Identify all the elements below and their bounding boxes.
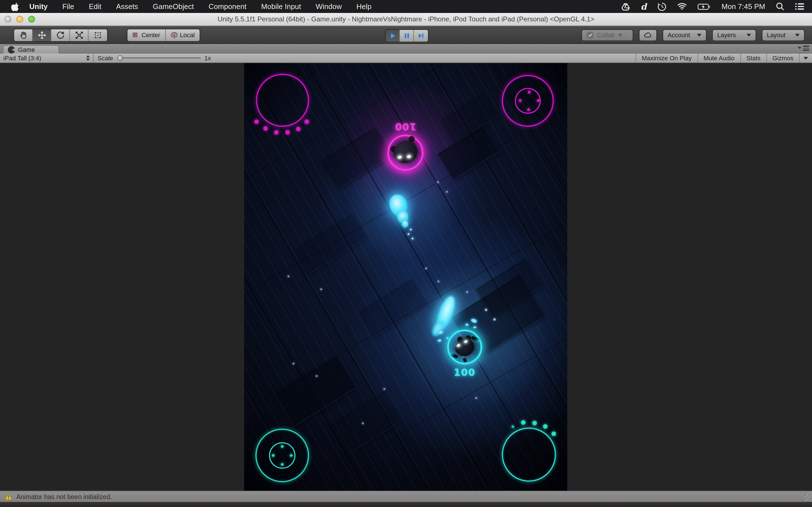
center-pivot-icon [133,32,139,38]
cyan-health-label: 100 [448,367,481,378]
mute-audio-button[interactable]: Mute Audio [697,54,740,62]
cloud-icon [644,32,652,38]
cyan-spark [410,229,412,230]
menu-item-edit[interactable]: Edit [89,2,101,11]
teal-charge-dot [552,432,556,436]
spotlight-icon[interactable] [776,2,784,11]
wifi-icon[interactable] [677,3,687,10]
menu-item-component[interactable]: Component [209,2,246,11]
move-tool-button[interactable] [33,29,51,41]
menu-item-assets[interactable]: Assets [116,2,138,11]
warning-icon [4,493,12,500]
teal-pad-dot [281,463,284,466]
window-bottom-edge [0,502,812,507]
battery-charging-icon[interactable] [697,3,711,10]
aspect-dropdown[interactable]: iPad Tall (3:4) [0,54,94,62]
local-rotation-icon [171,32,177,38]
account-dropdown[interactable]: Account [663,29,707,41]
macos-menu-bar: Unity File Edit Assets GameObject Compon… [0,0,812,13]
collab-dropdown[interactable]: Collab [581,29,633,41]
scale-slider-knob[interactable] [117,55,123,61]
layers-dropdown[interactable]: Layers [712,29,756,41]
gizmos-caret[interactable] [799,54,812,62]
cyan-spark [408,233,409,235]
window-title: Unity 5.5.1f1 Personal (64bit) - Game.un… [0,15,812,23]
pivot-toggle-button[interactable]: Center [128,29,166,41]
panel-tab-strip: Game [0,44,812,54]
step-button[interactable] [414,30,428,42]
magenta-pad-dot [528,91,530,94]
magenta-pad-dot [519,99,522,102]
game-bar-buttons: Maximize On Play Mute Audio Stats Gizmos [636,54,812,62]
status-bar[interactable]: Animator has not been initialized. [0,491,812,502]
apple-menu-icon[interactable] [11,2,19,11]
teal-charge-dot [521,420,525,425]
magenta-charge-dot [254,119,259,124]
menu-item-help[interactable]: Help [356,2,371,11]
teal-pad-dot [290,454,293,457]
toolbar-right: Collab Account Layers Layout [581,29,812,41]
rotation-toggle-button[interactable]: Local [166,29,200,41]
unity-toolbar: Center Local [0,26,812,44]
playback-controls [385,29,428,42]
play-button[interactable] [386,30,400,42]
gizmos-button[interactable]: Gizmos [766,54,799,62]
magenta-joystick-ring [256,74,309,127]
menu-item-gameobject[interactable]: GameObject [153,2,194,11]
menu-item-window[interactable]: Window [316,2,342,11]
menu-item-unity[interactable]: Unity [29,2,48,11]
scale-label: Scale [98,55,113,61]
game-panel-content: 100 100 [0,63,812,491]
resize-grip[interactable] [805,495,811,501]
google-drive-icon[interactable] [621,3,630,10]
scale-value: 1x [204,55,211,61]
game-view-icon [8,46,15,53]
magenta-charge-dot [296,127,301,131]
magenta-charge-dot [305,119,309,124]
magenta-charge-dot [274,130,278,135]
screen: Unity File Edit Assets GameObject Compon… [0,0,812,507]
scale-tool-button[interactable] [70,29,89,41]
teal-pad-dot [281,445,284,448]
scale-slider[interactable] [117,55,200,61]
status-message: Animator has not been initialized. [16,493,112,500]
magenta-pad-dot [537,99,540,102]
teal-pad-dot [272,454,274,457]
layout-dropdown[interactable]: Layout [762,29,805,41]
magenta-health-label: 100 [389,121,422,132]
menu-items: Unity File Edit Assets GameObject Compon… [29,2,371,11]
teal-joystick-ring [502,428,556,482]
menu-status-area: d [621,1,812,11]
pivot-rotation-toggle: Center Local [127,29,200,41]
window-title-bar: Unity 5.5.1f1 Personal (64bit) - Game.un… [0,13,812,26]
cloud-services-button[interactable] [639,29,657,41]
rect-tool-button[interactable] [89,29,107,41]
notification-center-icon[interactable] [795,3,804,10]
magenta-charge-dot [285,130,290,135]
maximize-on-play-button[interactable]: Maximize On Play [636,54,697,62]
pause-button[interactable] [400,30,414,42]
game-tab[interactable]: Game [3,45,59,54]
cyan-trail-blob [402,220,408,228]
scale-control: Scale 1x [94,55,211,61]
hand-tool-button[interactable] [14,29,33,41]
game-control-bar: iPad Tall (3:4) Scale 1x Maximize On Pla… [0,54,812,63]
magenta-charge-dot [263,126,268,131]
game-viewport[interactable]: 100 100 [244,63,567,491]
rotate-tool-button[interactable] [51,29,70,41]
magenta-pad-dot [527,108,530,111]
teal-charge-dot [543,424,548,429]
dash-icon[interactable]: d [641,1,647,11]
collab-check-icon [587,31,594,39]
panel-menu-icon[interactable] [798,46,809,51]
cyan-spark [412,238,413,239]
menu-item-mobile-input[interactable]: Mobile Input [261,2,301,11]
teal-charge-dot [532,421,537,425]
transform-tools [13,29,108,41]
time-machine-icon[interactable] [657,2,666,11]
aspect-stepper-icon [86,55,90,61]
stats-button[interactable]: Stats [740,54,766,62]
menu-clock[interactable]: Mon 7:45 PM [721,2,765,11]
menu-item-file[interactable]: File [62,2,74,11]
teal-charge-dot [511,425,514,428]
